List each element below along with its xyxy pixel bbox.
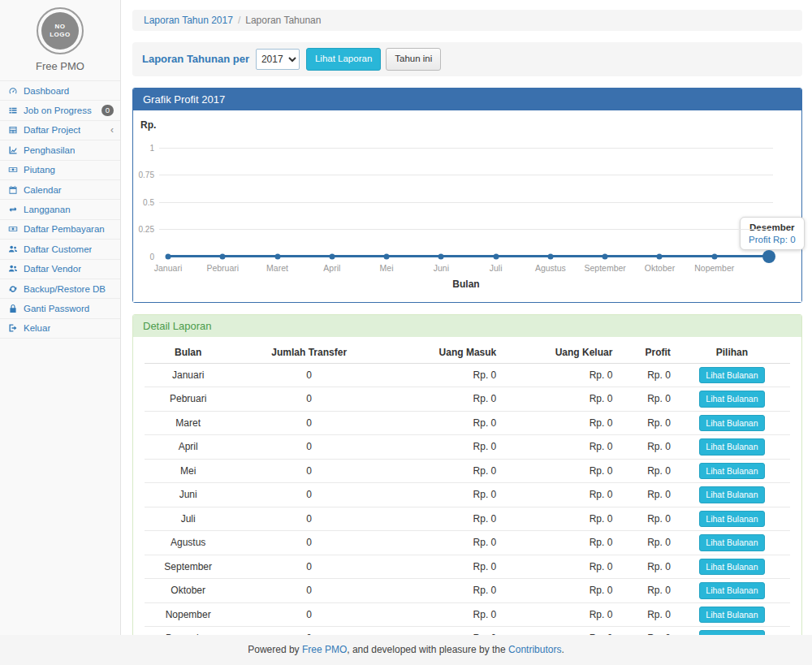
sidebar-item-daftar-pembayaran[interactable]: Daftar Pembayaran [0, 220, 120, 240]
chart-x-tick: September [584, 263, 625, 273]
sidebar-item-piutang[interactable]: Piutang [0, 161, 120, 180]
chart-point-agustus[interactable] [547, 253, 553, 259]
chevron-left-icon: ‹ [110, 125, 114, 135]
sidebar-item-label: Piutang [24, 165, 55, 175]
chart-point-maret[interactable] [274, 253, 280, 259]
table-row-maret: Maret0Rp. 0Rp. 0Rp. 0Lihat Bulanan [145, 411, 790, 435]
chart-y-axis-label: Rp. [140, 119, 156, 131]
view-monthly-button-mei[interactable]: Lihat Bulanan [699, 463, 764, 480]
cell-profit: Rp. 0 [615, 602, 674, 627]
footer-link-free-pmo[interactable]: Free PMO [302, 644, 347, 655]
chart-point-mei[interactable] [384, 253, 390, 259]
chart-point-juli[interactable] [493, 253, 499, 259]
view-monthly-button-pebruari[interactable]: Lihat Bulanan [699, 391, 764, 408]
sidebar-item-langganan[interactable]: Langganan [0, 200, 120, 219]
view-monthly-button-juni[interactable]: Lihat Bulanan [699, 486, 764, 503]
sidebar-item-ganti-password[interactable]: Ganti Password [0, 299, 120, 318]
detail-panel-title: Detail Laporan [133, 315, 801, 337]
cell-uang-masuk: Rp. 0 [387, 602, 499, 627]
footer-text-suffix: . [561, 644, 564, 655]
sidebar: NO LOGO Free PMO DashboardJob on Progres… [0, 0, 121, 635]
cell-uang-keluar: Rp. 0 [499, 531, 615, 555]
cell-uang-masuk: Rp. 0 [387, 459, 499, 483]
chart-x-tick: Januari [154, 263, 182, 273]
col-header-pilihan: Pilihan [674, 342, 790, 364]
view-monthly-button-nopember[interactable]: Lihat Bulanan [699, 607, 764, 624]
cell-uang-keluar: Rp. 0 [499, 411, 615, 435]
cell-jumlah-transfer: 0 [231, 555, 387, 579]
chart-x-tick: Agustus [535, 263, 566, 273]
sidebar-item-daftar-customer[interactable]: Daftar Customer [0, 240, 120, 259]
cell-uang-keluar: Rp. 0 [499, 579, 615, 603]
report-toolbar: Laporan Tahunan per 2017 Lihat Laporan T… [132, 42, 802, 76]
cell-profit: Rp. 0 [615, 363, 674, 387]
footer-link-contributors[interactable]: Contributors [508, 644, 561, 655]
detail-table-wrap: Bulan Jumlah Transfer Uang Masuk Uang Ke… [133, 337, 801, 636]
chart-x-tick: Pebruari [206, 263, 239, 273]
sidebar-item-keluar[interactable]: Keluar [0, 319, 120, 339]
cell-profit: Rp. 0 [615, 555, 674, 579]
chart-gridline [159, 148, 773, 149]
money-icon [8, 224, 19, 234]
chart-point-pebruari[interactable] [220, 253, 226, 259]
chart-x-tick: Nopember [694, 263, 734, 273]
chart-point-april[interactable] [329, 253, 335, 259]
cell-jumlah-transfer: 0 [231, 411, 387, 435]
this-year-button[interactable]: Tahun ini [386, 48, 441, 71]
view-monthly-button-april[interactable]: Lihat Bulanan [699, 438, 764, 456]
chart-point-nopember[interactable] [711, 253, 717, 259]
sidebar-item-job-on-progress[interactable]: Job on Progress0 [0, 101, 120, 120]
cell-profit: Rp. 0 [615, 579, 674, 603]
cell-jumlah-transfer: 0 [231, 602, 387, 627]
view-monthly-button-september[interactable]: Lihat Bulanan [699, 559, 764, 576]
col-header-uang-masuk: Uang Masuk [387, 342, 499, 364]
cell-uang-keluar: Rp. 0 [499, 555, 615, 579]
retweet-icon [8, 205, 19, 214]
breadcrumb-current: Laporan Tahunan [245, 15, 321, 26]
cell-profit: Rp. 0 [615, 459, 674, 483]
sidebar-item-dashboard[interactable]: Dashboard [0, 81, 120, 101]
cell-bulan: Mei [145, 459, 231, 483]
view-monthly-button-juli[interactable]: Lihat Bulanan [699, 511, 764, 528]
cell-uang-masuk: Rp. 0 [387, 555, 499, 579]
cell-bulan: April [145, 435, 231, 460]
cell-jumlah-transfer: 0 [231, 483, 387, 507]
cell-bulan: Desember [145, 627, 231, 636]
cell-uang-masuk: Rp. 0 [387, 627, 499, 636]
cell-uang-keluar: Rp. 0 [499, 602, 615, 627]
sidebar-item-daftar-vendor[interactable]: Daftar Vendor [0, 260, 120, 279]
cell-uang-masuk: Rp. 0 [387, 507, 499, 531]
chart-point-september[interactable] [603, 253, 608, 259]
chart-point-januari[interactable] [166, 253, 171, 259]
chart-gridline [159, 175, 773, 175]
tasks-icon [8, 106, 19, 115]
view-monthly-button-oktober[interactable]: Lihat Bulanan [699, 582, 764, 599]
view-report-button[interactable]: Lihat Laporan [306, 48, 381, 71]
view-monthly-button-desember[interactable]: Lihat Bulanan [699, 630, 764, 635]
sidebar-item-calendar[interactable]: Calendar [0, 180, 120, 200]
table-header-row: Bulan Jumlah Transfer Uang Masuk Uang Ke… [145, 342, 790, 364]
table-row-juni: Juni0Rp. 0Rp. 0Rp. 0Lihat Bulanan [145, 483, 790, 507]
sidebar-item-daftar-project[interactable]: Daftar Project‹ [0, 121, 120, 140]
chart-x-tick: Juli [490, 263, 503, 273]
chart-point-oktober[interactable] [657, 253, 663, 259]
year-select[interactable]: 2017 [256, 49, 300, 70]
chart-point-juni[interactable] [438, 253, 444, 259]
cell-bulan: Juni [145, 483, 231, 507]
breadcrumb-link-laporan-tahun[interactable]: Laporan Tahun 2017 [144, 15, 233, 26]
col-header-jumlah-transfer: Jumlah Transfer [231, 342, 387, 364]
sidebar-item-penghasilan[interactable]: Penghasilan [0, 140, 120, 160]
table-row-juli: Juli0Rp. 0Rp. 0Rp. 0Lihat Bulanan [145, 507, 790, 531]
chart-point-desember[interactable] [762, 250, 775, 263]
view-monthly-button-maret[interactable]: Lihat Bulanan [699, 415, 764, 432]
col-header-bulan: Bulan [145, 342, 231, 364]
cell-profit: Rp. 0 [615, 507, 674, 531]
tooltip-month: Desember [749, 222, 796, 232]
view-monthly-button-januari[interactable]: Lihat Bulanan [699, 367, 764, 384]
line-chart-icon [8, 145, 19, 155]
sidebar-item-backup-restore-db[interactable]: Backup/Restore DB [0, 279, 120, 299]
footer-text-middle: , and developed with pleasure by the [347, 644, 508, 655]
view-monthly-button-agustus[interactable]: Lihat Bulanan [699, 534, 764, 551]
users-icon [8, 264, 19, 274]
lock-icon [8, 304, 19, 313]
